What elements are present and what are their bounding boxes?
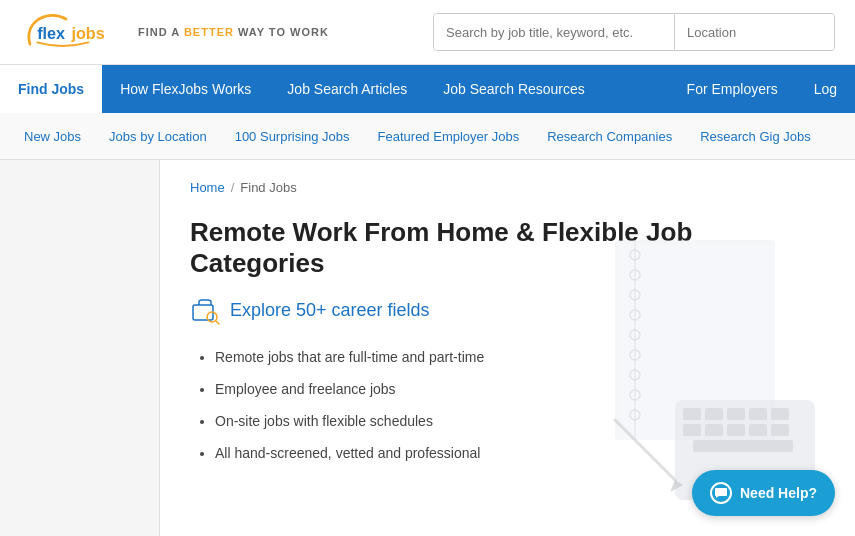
nav-for-employers[interactable]: For Employers [669,65,796,113]
nav-job-search-articles[interactable]: Job Search Articles [269,65,425,113]
svg-rect-21 [749,408,767,420]
svg-rect-24 [705,424,723,436]
nav-research-companies[interactable]: Research Companies [533,113,686,159]
breadcrumb-home[interactable]: Home [190,180,225,195]
explore-link[interactable]: Explore 50+ career fields [230,300,430,321]
nav-find-jobs[interactable]: Find Jobs [0,65,102,113]
nav-new-jobs[interactable]: New Jobs [10,113,95,159]
location-input[interactable] [674,14,834,50]
breadcrumb: Home / Find Jobs [190,180,825,195]
svg-line-4 [216,321,219,324]
chat-bubble-icon [715,487,727,499]
svg-text:flex: flex [37,23,65,41]
svg-rect-28 [693,440,793,452]
need-help-label: Need Help? [740,485,817,501]
tagline: FIND A BETTER WAY TO WORK [138,26,329,38]
left-sidebar [0,160,160,536]
svg-rect-23 [683,424,701,436]
svg-rect-26 [749,424,767,436]
breadcrumb-current: Find Jobs [240,180,296,195]
svg-rect-27 [771,424,789,436]
secondary-nav: New Jobs Jobs by Location 100 Surprising… [0,113,855,160]
svg-rect-19 [705,408,723,420]
nav-jobs-by-location[interactable]: Jobs by Location [95,113,221,159]
logo-area: flex jobs FIND A BETTER WAY TO WORK [20,10,329,55]
search-input[interactable] [434,14,674,50]
svg-rect-18 [683,408,701,420]
header: flex jobs FIND A BETTER WAY TO WORK [0,0,855,65]
nav-100-surprising-jobs[interactable]: 100 Surprising Jobs [221,113,364,159]
svg-text:jobs: jobs [70,23,104,41]
svg-rect-25 [727,424,745,436]
nav-job-search-resources[interactable]: Job Search Resources [425,65,603,113]
search-area [433,13,835,51]
nav-featured-employer-jobs[interactable]: Featured Employer Jobs [364,113,534,159]
breadcrumb-separator: / [231,180,235,195]
chat-icon [710,482,732,504]
need-help-button[interactable]: Need Help? [692,470,835,516]
svg-rect-22 [771,408,789,420]
svg-rect-20 [727,408,745,420]
primary-nav: Find Jobs How FlexJobs Works Job Search … [0,65,855,113]
nav-log[interactable]: Log [796,65,855,113]
nav-how-it-works[interactable]: How FlexJobs Works [102,65,269,113]
nav-research-gig-jobs[interactable]: Research Gig Jobs [686,113,825,159]
flexjobs-logo[interactable]: flex jobs [20,10,130,55]
briefcase-search-icon [190,295,220,325]
tagline-better: BETTER [184,26,234,38]
